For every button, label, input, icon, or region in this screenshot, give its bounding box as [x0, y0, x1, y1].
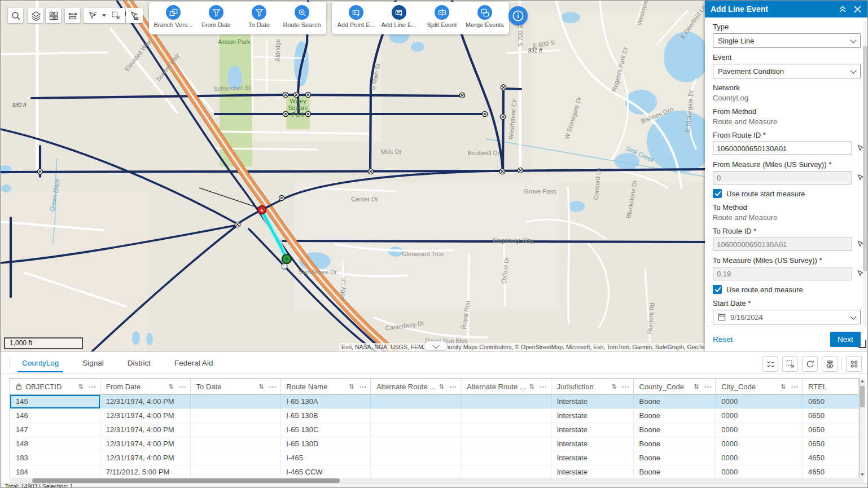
column-menu-icon[interactable]: ⋯ [269, 382, 277, 391]
column-header-county-code[interactable]: County_Code⇅⋯ [634, 379, 716, 394]
use-route-start-measure-checkbox[interactable] [713, 189, 722, 198]
table-cell[interactable]: I-65 130B [280, 409, 371, 423]
column-menu-icon[interactable]: ⋯ [791, 382, 799, 391]
tab-federal-aid[interactable]: Federal Aid [173, 354, 214, 372]
table-cell[interactable] [461, 437, 551, 451]
column-header-to-date[interactable]: To Date⇅⋯ [191, 379, 281, 394]
table-vertical-scrollbar[interactable] [860, 378, 865, 478]
table-cell[interactable]: 7/11/2012, 5:00 PM [100, 465, 191, 478]
to-measure-input[interactable] [713, 267, 852, 280]
table-cell[interactable]: 12/31/1974, 4:00 PM [100, 451, 191, 465]
table-cell[interactable]: 0650 [803, 423, 859, 437]
layers-button[interactable] [28, 8, 43, 23]
table-cell[interactable]: 12/31/1974, 4:00 PM [100, 395, 191, 408]
to-measure-marker[interactable] [282, 254, 291, 263]
table-cell[interactable]: Interstate [551, 465, 634, 478]
table-vscroll-thumb[interactable] [860, 386, 865, 407]
table-cell[interactable] [371, 409, 461, 423]
table-cell[interactable] [191, 423, 281, 437]
table-row[interactable]: 14612/31/1974, 4:00 PMI-65 130BInterstat… [10, 409, 859, 423]
table-cell[interactable]: 12/31/1974, 4:00 PM [100, 423, 191, 437]
toolbar-item-to-date[interactable]: To Date [242, 5, 277, 28]
table-cell[interactable] [461, 423, 551, 437]
table-cell[interactable] [461, 409, 551, 423]
table-cell[interactable]: Boone [634, 451, 716, 465]
sort-icon[interactable]: ⇅ [258, 383, 264, 390]
from-measure-input[interactable] [713, 171, 852, 184]
table-cell[interactable] [371, 423, 461, 437]
scroll-up-icon[interactable] [861, 380, 864, 383]
toolbar-item-merge-events[interactable]: Merge Events [467, 5, 502, 28]
clear-table-selection-button[interactable] [782, 356, 798, 372]
table-cell[interactable]: Boone [634, 395, 716, 408]
table-cell[interactable]: 0000 [716, 395, 803, 408]
table-cell[interactable] [461, 451, 551, 465]
sort-icon[interactable]: ⇅ [439, 383, 444, 390]
column-header-rtel[interactable]: RTEL [803, 379, 859, 394]
use-route-start-measure-row[interactable]: Use route start measure [713, 189, 861, 198]
table-cell[interactable]: I-65 130C [280, 423, 371, 437]
info-button[interactable] [508, 6, 528, 25]
toolbar-item-add-point-e[interactable]: Add Point E... [339, 5, 374, 28]
table-cell[interactable]: 12/31/1974, 4:00 PM [100, 437, 191, 451]
column-menu-icon[interactable]: ⋯ [622, 382, 630, 391]
table-cell[interactable]: I-465 CCW [280, 465, 371, 478]
column-header-jurisdiction[interactable]: Jurisdiction⇅⋯ [551, 379, 634, 394]
table-cell[interactable]: 184 [10, 465, 100, 478]
table-cell[interactable]: 0000 [716, 437, 803, 451]
table-cell[interactable]: 4650 [803, 451, 859, 465]
select-tool-icon[interactable] [88, 11, 98, 20]
clear-selection-icon[interactable] [111, 11, 121, 20]
table-cell[interactable]: 0650 [803, 395, 859, 408]
table-cell[interactable] [191, 465, 281, 478]
map-canvas[interactable]: Elevated WaySunset WayAnson ParkAldridge… [1, 1, 705, 351]
toolbar-item-route-search[interactable]: Route Search [284, 5, 319, 28]
event-select[interactable]: Pavement Condition [713, 64, 861, 78]
table-row[interactable]: 1847/11/2012, 5:00 PMI-465 CCWInterstate… [10, 465, 859, 478]
toolbar-item-from-date[interactable]: From Date [199, 5, 234, 28]
column-header-alternate-route[interactable]: Alternate Route ...⇅⋯ [371, 379, 461, 394]
table-cell[interactable]: Interstate [551, 395, 634, 408]
table-cell[interactable]: 12/31/1974, 4:00 PM [100, 409, 191, 423]
panel-resize-handle[interactable] [858, 340, 866, 348]
table-cell[interactable]: Interstate [551, 437, 634, 451]
table-cell[interactable]: 147 [10, 423, 100, 437]
measure-button[interactable] [65, 8, 80, 23]
table-cell[interactable] [461, 395, 551, 408]
show-selection-button[interactable] [762, 356, 778, 372]
table-cell[interactable] [191, 395, 281, 408]
next-button[interactable]: Next [830, 332, 861, 347]
reset-link[interactable]: Reset [713, 335, 733, 344]
column-header-route-name[interactable]: Route Name⇅⋯ [280, 379, 371, 394]
table-cell[interactable]: Boone [634, 423, 716, 437]
sort-icon[interactable]: ⇅ [168, 383, 173, 390]
column-menu-icon[interactable]: ⋯ [704, 382, 712, 391]
table-cell[interactable]: 0650 [803, 409, 859, 423]
table-cell[interactable]: Boone [634, 465, 716, 478]
table-row[interactable]: 18312/31/1974, 4:00 PMI-465InterstateBoo… [10, 451, 859, 465]
column-menu-icon[interactable]: ⋯ [540, 382, 547, 391]
start-date-picker[interactable]: 9/16/2024 [713, 310, 861, 324]
scroll-down-icon[interactable] [861, 473, 864, 476]
table-cell[interactable] [371, 451, 461, 465]
column-header-objectid[interactable]: OBJECTID⇅⋯ [10, 379, 100, 394]
toolbar-item-branch-vers[interactable]: Branch Vers... [156, 5, 191, 28]
hide-columns-button[interactable] [822, 356, 838, 372]
table-row[interactable]: 14812/31/1974, 4:00 PMI-65 130DInterstat… [10, 437, 859, 451]
panel-scrollbar-thumb[interactable] [863, 46, 868, 271]
table-row[interactable]: 14712/31/1974, 4:00 PMI-65 130CInterstat… [10, 423, 859, 437]
refresh-button[interactable] [802, 356, 818, 372]
sort-icon[interactable]: ⇅ [349, 383, 354, 390]
column-menu-icon[interactable]: ⋯ [179, 382, 187, 391]
tab-signal[interactable]: Signal [81, 354, 105, 372]
table-cell[interactable]: 148 [10, 437, 100, 451]
table-cell[interactable]: Interstate [551, 409, 634, 423]
table-cell[interactable]: 146 [10, 409, 100, 423]
table-cell[interactable] [371, 395, 461, 408]
table-cell[interactable]: I-465 [280, 451, 371, 465]
table-cell[interactable]: 183 [10, 451, 100, 465]
column-header-alternate-route[interactable]: Alternate Route ...⇅⋯ [461, 379, 551, 394]
table-cell[interactable]: Boone [634, 409, 716, 423]
to-route-id-input[interactable] [713, 238, 852, 251]
table-options-button[interactable] [846, 356, 862, 372]
